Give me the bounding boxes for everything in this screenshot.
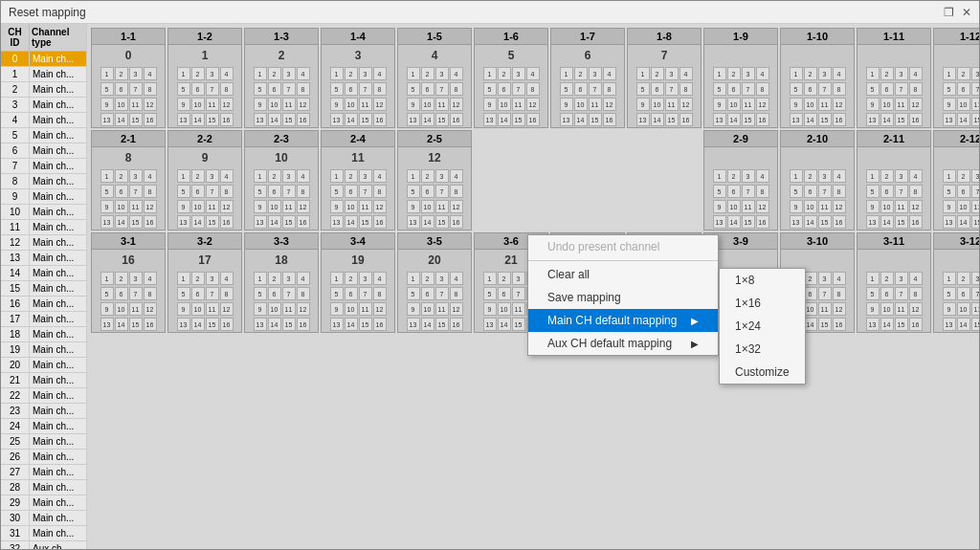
cell-3-10-4[interactable]: 4 [833, 272, 846, 285]
cell-3-3-5[interactable]: 5 [254, 287, 267, 300]
cell-3-3-16[interactable]: 16 [297, 318, 310, 331]
cell-3-6-1[interactable]: 1 [483, 272, 497, 285]
cell-1-9-13[interactable]: 13 [713, 113, 726, 126]
cell-2-4-11[interactable]: 11 [359, 200, 372, 213]
cell-1-1-6[interactable]: 6 [115, 82, 128, 96]
cell-2-9-15[interactable]: 15 [742, 215, 755, 229]
submenu-1x16[interactable]: 1×16 [720, 292, 805, 315]
cell-3-11-5[interactable]: 5 [866, 287, 880, 300]
cell-1-8-1[interactable]: 1 [636, 67, 650, 80]
cell-3-4-3[interactable]: 3 [359, 272, 372, 285]
cell-3-4-5[interactable]: 5 [330, 287, 344, 300]
cell-1-11-5[interactable]: 5 [866, 82, 880, 96]
cell-3-3-4[interactable]: 4 [297, 272, 310, 285]
cell-1-2-6[interactable]: 6 [191, 82, 205, 96]
cell-2-4-3[interactable]: 3 [359, 169, 372, 183]
cell-1-8-9[interactable]: 9 [636, 98, 650, 111]
cell-3-3-3[interactable]: 3 [282, 272, 296, 285]
cell-2-5-2[interactable]: 2 [421, 169, 434, 183]
cell-3-11-6[interactable]: 6 [880, 287, 894, 300]
sidebar-row-10[interactable]: 10 Main ch... [1, 205, 86, 220]
cell-1-11-11[interactable]: 11 [895, 98, 908, 111]
cell-1-2-5[interactable]: 5 [177, 82, 190, 96]
cell-1-5-4[interactable]: 4 [450, 67, 463, 80]
cell-3-4-7[interactable]: 7 [359, 287, 372, 300]
cell-3-11-7[interactable]: 7 [895, 287, 908, 300]
cell-1-3-9[interactable]: 9 [254, 98, 267, 111]
cell-1-5-8[interactable]: 8 [450, 82, 463, 96]
cell-3-1-13[interactable]: 13 [100, 318, 114, 331]
cell-2-1-13[interactable]: 13 [100, 215, 114, 229]
cell-1-6-6[interactable]: 6 [498, 82, 511, 96]
cell-3-2-6[interactable]: 6 [191, 287, 205, 300]
cell-3-2-11[interactable]: 11 [206, 302, 219, 316]
cell-2-1-11[interactable]: 11 [129, 200, 143, 213]
cell-1-3-1[interactable]: 1 [254, 67, 267, 80]
cell-1-1-3[interactable]: 3 [129, 67, 143, 80]
cell-2-12-10[interactable]: 10 [957, 200, 970, 213]
cell-2-3-9[interactable]: 9 [254, 200, 267, 213]
cell-3-11-8[interactable]: 8 [909, 287, 923, 300]
cell-1-10-15[interactable]: 15 [818, 113, 832, 126]
cell-1-9-11[interactable]: 11 [742, 98, 755, 111]
cell-2-11-7[interactable]: 7 [895, 185, 908, 198]
cell-3-6-10[interactable]: 10 [498, 302, 511, 316]
cell-1-11-15[interactable]: 15 [895, 113, 908, 126]
cell-1-2-1[interactable]: 1 [177, 67, 190, 80]
cell-1-8-16[interactable]: 16 [679, 113, 693, 126]
sidebar-row-23[interactable]: 23 Main ch... [1, 404, 86, 419]
cell-2-11-10[interactable]: 10 [880, 200, 894, 213]
cell-1-2-4[interactable]: 4 [220, 67, 234, 80]
cell-3-1-5[interactable]: 5 [100, 287, 114, 300]
cell-2-5-15[interactable]: 15 [435, 215, 449, 229]
cell-1-7-1[interactable]: 1 [560, 67, 573, 80]
cell-1-8-13[interactable]: 13 [636, 113, 650, 126]
cell-2-3-7[interactable]: 7 [282, 185, 296, 198]
cell-1-2-15[interactable]: 15 [206, 113, 219, 126]
sidebar-row-20[interactable]: 20 Main ch... [1, 358, 86, 373]
sidebar-row-31[interactable]: 31 Main ch... [1, 526, 86, 541]
cell-2-2-8[interactable]: 8 [220, 185, 234, 198]
cell-1-10-13[interactable]: 13 [790, 113, 803, 126]
cell-1-9-2[interactable]: 2 [727, 67, 741, 80]
cell-1-5-12[interactable]: 12 [450, 98, 463, 111]
cell-2-5-14[interactable]: 14 [421, 215, 434, 229]
cell-2-3-8[interactable]: 8 [297, 185, 310, 198]
cell-1-4-1[interactable]: 1 [330, 67, 344, 80]
cell-1-1-1[interactable]: 1 [100, 67, 114, 80]
cell-3-3-9[interactable]: 9 [254, 302, 267, 316]
cell-1-3-15[interactable]: 15 [282, 113, 296, 126]
cell-1-12-11[interactable]: 11 [971, 98, 980, 111]
sidebar-row-13[interactable]: 13 Main ch... [1, 251, 86, 266]
cell-1-8-15[interactable]: 15 [665, 113, 679, 126]
cell-3-4-1[interactable]: 1 [330, 272, 344, 285]
cell-2-1-12[interactable]: 12 [144, 200, 157, 213]
cell-3-3-2[interactable]: 2 [268, 272, 281, 285]
cell-3-4-15[interactable]: 15 [359, 318, 372, 331]
cell-1-3-16[interactable]: 16 [297, 113, 310, 126]
cell-3-1-9[interactable]: 9 [100, 302, 114, 316]
cell-1-7-12[interactable]: 12 [603, 98, 616, 111]
cell-1-11-8[interactable]: 8 [909, 82, 923, 96]
cell-3-2-13[interactable]: 13 [177, 318, 190, 331]
cell-2-10-5[interactable]: 5 [790, 185, 803, 198]
cell-1-4-13[interactable]: 13 [330, 113, 344, 126]
cell-2-2-5[interactable]: 5 [177, 185, 190, 198]
sidebar-row-2[interactable]: 2 Main ch... [1, 82, 86, 98]
cell-3-1-12[interactable]: 12 [144, 302, 157, 316]
cell-3-3-12[interactable]: 12 [297, 302, 310, 316]
cell-2-12-6[interactable]: 6 [957, 185, 970, 198]
sidebar-row-7[interactable]: 7 Main ch... [1, 159, 86, 174]
restore-button[interactable]: ❐ [944, 6, 954, 19]
close-button[interactable]: ✕ [962, 6, 971, 19]
cell-1-11-1[interactable]: 1 [866, 67, 880, 80]
cell-2-4-13[interactable]: 13 [330, 215, 344, 229]
cell-1-10-7[interactable]: 7 [818, 82, 832, 96]
cell-2-4-2[interactable]: 2 [345, 169, 358, 183]
cell-2-4-10[interactable]: 10 [345, 200, 358, 213]
cell-2-3-5[interactable]: 5 [254, 185, 267, 198]
cell-1-1-15[interactable]: 15 [129, 113, 143, 126]
cell-1-6-8[interactable]: 8 [526, 82, 540, 96]
cell-3-12-2[interactable]: 2 [957, 272, 970, 285]
cell-1-3-4[interactable]: 4 [297, 67, 310, 80]
